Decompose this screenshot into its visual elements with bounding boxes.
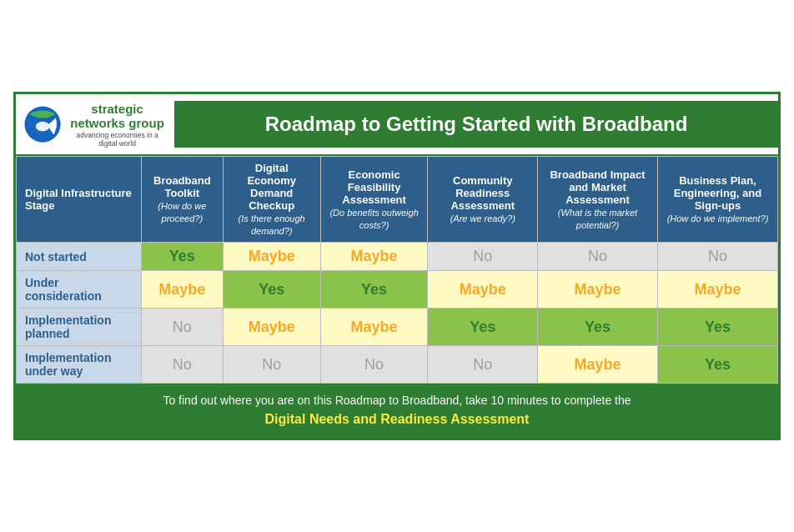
cell-1-2: Yes bbox=[320, 271, 428, 309]
cell-3-1: No bbox=[223, 346, 320, 384]
col-header-5: Business Plan, Engineering, and Sign-ups… bbox=[657, 157, 777, 243]
col-sub-4: (What is the market potential?) bbox=[558, 208, 637, 230]
cell-3-4: Maybe bbox=[538, 346, 658, 384]
table-row: Implementation under wayNoNoNoNoMaybeYes bbox=[17, 346, 778, 384]
row-stage-3: Implementation under way bbox=[17, 346, 142, 384]
row-stage-2: Implementation planned bbox=[17, 309, 142, 346]
table-row: Implementation plannedNoMaybeMaybeYesYes… bbox=[17, 309, 778, 346]
col-header-4: Broadband Impact and Market Assessment (… bbox=[538, 157, 658, 243]
col-sub-5: (How do we implement?) bbox=[667, 213, 769, 223]
stage-header-cell: Digital Infrastructure Stage bbox=[17, 157, 142, 243]
col-header-2: Economic Feasibility Assessment (Do bene… bbox=[320, 157, 428, 243]
row-stage-0: Not started bbox=[17, 243, 142, 271]
col-header-1: Digital Economy Demand Checkup (Is there… bbox=[223, 157, 320, 243]
cell-1-1: Yes bbox=[223, 271, 320, 309]
table-row: Not startedYesMaybeMaybeNoNoNo bbox=[17, 243, 778, 271]
cell-1-5: Maybe bbox=[657, 271, 777, 309]
logo-text: strategic networks group advancing econo… bbox=[67, 103, 168, 148]
cell-0-5: No bbox=[657, 243, 777, 271]
cell-2-0: No bbox=[142, 309, 224, 346]
column-header-row: Digital Infrastructure Stage Broadband T… bbox=[17, 157, 778, 243]
cell-2-5: Yes bbox=[657, 309, 777, 346]
cell-0-0: Yes bbox=[142, 243, 224, 271]
col-sub-3: (Are we ready?) bbox=[450, 213, 515, 223]
logo-icon bbox=[23, 102, 63, 148]
row-stage-1: Under consideration bbox=[17, 271, 142, 309]
col-label-4: Broadband Impact and Market Assessment bbox=[550, 168, 645, 206]
logo-brand-line1: strategic bbox=[91, 103, 143, 117]
col-label-2: Economic Feasibility Assessment bbox=[342, 168, 406, 206]
logo-tagline: advancing economies in a digital world bbox=[67, 131, 168, 148]
stage-header-label: Digital Infrastructure Stage bbox=[25, 187, 132, 212]
col-label-3: Community Readiness Assessment bbox=[450, 174, 515, 212]
cell-0-1: Maybe bbox=[223, 243, 320, 271]
col-header-3: Community Readiness Assessment (Are we r… bbox=[428, 157, 538, 243]
logo-brand-line2: networks group bbox=[70, 117, 164, 131]
cell-0-3: No bbox=[428, 243, 538, 271]
main-container: strategic networks group advancing econo… bbox=[13, 92, 781, 440]
page-title-area: Roadmap to Getting Started with Broadban… bbox=[174, 101, 778, 148]
col-sub-2: (Do benefits outweigh costs?) bbox=[329, 208, 418, 230]
footer-highlight: Digital Needs and Readiness Assessment bbox=[28, 409, 766, 429]
cell-3-5: Yes bbox=[657, 346, 777, 384]
col-label-1: Digital Economy Demand Checkup bbox=[247, 162, 296, 212]
header: strategic networks group advancing econo… bbox=[16, 94, 778, 156]
col-sub-1: (Is there enough demand?) bbox=[239, 213, 305, 236]
svg-point-1 bbox=[36, 121, 50, 131]
cell-0-2: Maybe bbox=[320, 243, 428, 271]
col-sub-0: (How do we proceed?) bbox=[158, 201, 206, 223]
table-row: Under considerationMaybeYesYesMaybeMaybe… bbox=[17, 271, 778, 309]
footer: To find out where you are on this Roadma… bbox=[16, 384, 778, 438]
col-label-5: Business Plan, Engineering, and Sign-ups bbox=[674, 174, 761, 212]
logo-area: strategic networks group advancing econo… bbox=[16, 94, 174, 154]
cell-2-2: Maybe bbox=[320, 309, 428, 346]
cell-3-2: No bbox=[320, 346, 428, 384]
cell-2-4: Yes bbox=[538, 309, 658, 346]
cell-3-0: No bbox=[142, 346, 224, 384]
cell-0-4: No bbox=[538, 243, 658, 271]
col-label-0: Broadband Toolkit bbox=[153, 174, 211, 199]
page-title: Roadmap to Getting Started with Broadban… bbox=[183, 113, 770, 136]
logo-container: strategic networks group advancing econo… bbox=[23, 101, 168, 148]
cell-1-4: Maybe bbox=[538, 271, 658, 309]
main-table: Digital Infrastructure Stage Broadband T… bbox=[16, 156, 778, 384]
cell-2-3: Yes bbox=[428, 309, 538, 346]
cell-2-1: Maybe bbox=[223, 309, 320, 346]
cell-3-3: No bbox=[428, 346, 538, 384]
table-wrapper: Digital Infrastructure Stage Broadband T… bbox=[16, 156, 778, 384]
table-body: Not startedYesMaybeMaybeNoNoNoUnder cons… bbox=[17, 243, 778, 384]
cell-1-3: Maybe bbox=[428, 271, 538, 309]
footer-text: To find out where you are on this Roadma… bbox=[28, 392, 766, 409]
col-header-0: Broadband Toolkit (How do we proceed?) bbox=[142, 157, 224, 243]
cell-1-0: Maybe bbox=[142, 271, 224, 309]
